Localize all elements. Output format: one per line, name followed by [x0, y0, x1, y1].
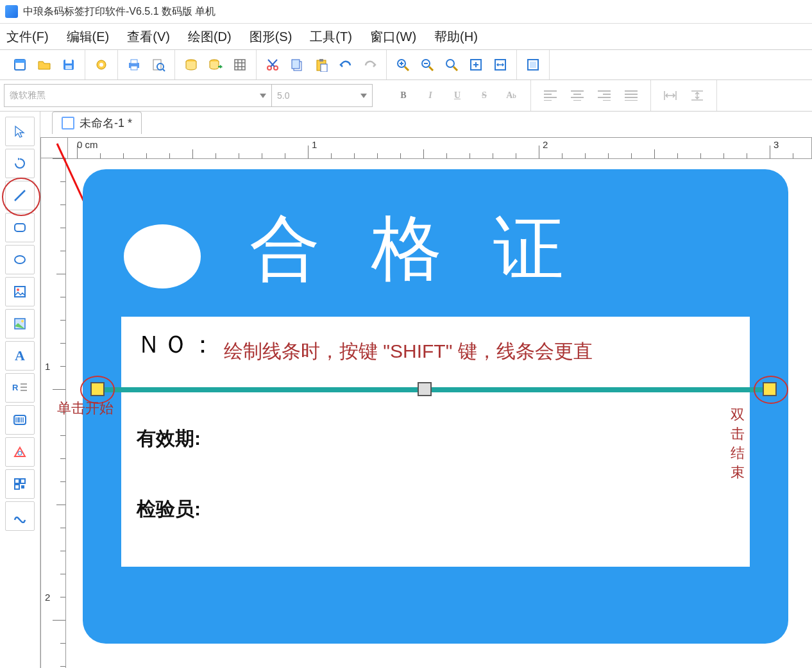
svg-line-25	[405, 67, 409, 71]
label-card[interactable]: 合格证 ＮＯ： 绘制线条时，按键 "SHIFT" 键，线条会更直 单击开始 双击…	[83, 169, 788, 644]
menu-view[interactable]: 查看(V)	[127, 28, 170, 46]
svg-line-12	[163, 69, 165, 71]
menu-help[interactable]: 帮助(H)	[434, 28, 478, 46]
font-size-select[interactable]: 5.0	[271, 84, 373, 107]
spacing-v-icon	[690, 90, 704, 101]
tool-palette: A R	[0, 112, 40, 668]
no-label[interactable]: ＮＯ：	[137, 328, 217, 361]
qrcode-tool[interactable]	[5, 469, 35, 499]
start-annotation-text: 单击开始	[57, 399, 114, 418]
image-tool[interactable]	[5, 277, 35, 306]
svg-rect-3	[65, 60, 72, 63]
richtext-tool[interactable]: R	[5, 373, 35, 403]
validity-label[interactable]: 有效期:	[137, 426, 201, 452]
canvas[interactable]: 合格证 ＮＯ： 绘制线条时，按键 "SHIFT" 键，线条会更直 单击开始 双击…	[76, 169, 808, 668]
ruler-h-3: 3	[774, 139, 779, 150]
cut-button[interactable]	[263, 55, 282, 74]
rotate-icon	[13, 156, 27, 171]
card-circle-shape[interactable]	[124, 224, 201, 288]
database-export-button[interactable]	[206, 55, 225, 74]
menu-file[interactable]: 文件(F)	[6, 28, 49, 46]
svg-rect-36	[15, 224, 25, 231]
card-title-text[interactable]: 合格证	[250, 201, 615, 297]
menu-window[interactable]: 窗口(W)	[370, 28, 416, 46]
align-right-button[interactable]	[596, 88, 612, 103]
undo-button[interactable]	[336, 55, 355, 74]
zoom-100-icon	[444, 58, 459, 72]
italic-button[interactable]: I	[423, 88, 438, 103]
line-tool[interactable]	[5, 181, 35, 210]
barcode-tool[interactable]	[5, 405, 35, 435]
extra-button[interactable]	[523, 55, 543, 74]
card-whitebox[interactable]: ＮＯ： 绘制线条时，按键 "SHIFT" 键，线条会更直 单击开始 双击结束 有…	[121, 317, 750, 567]
inspector-label[interactable]: 检验员:	[137, 496, 201, 522]
open-button[interactable]	[35, 55, 54, 74]
zoom-out-button[interactable]	[418, 55, 437, 74]
spacing-v-button[interactable]	[689, 88, 705, 103]
menu-shape[interactable]: 图形(S)	[250, 28, 292, 46]
underline-button[interactable]: U	[450, 88, 465, 103]
print-button[interactable]	[124, 55, 144, 74]
svg-point-6	[99, 63, 103, 67]
grid-button[interactable]	[230, 55, 250, 74]
menu-draw[interactable]: 绘图(D)	[188, 28, 232, 46]
paste-button[interactable]	[312, 55, 331, 74]
zoom-fit-button[interactable]	[442, 55, 461, 74]
copy-button[interactable]	[287, 55, 307, 74]
magnifier-page-icon	[151, 58, 165, 72]
zoom-in-button[interactable]	[393, 55, 412, 74]
align-center-button[interactable]	[570, 88, 585, 103]
line-handle-mid[interactable]	[418, 382, 432, 396]
spacing-h-button[interactable]	[663, 88, 678, 103]
svg-point-44	[18, 451, 22, 455]
align-right-icon	[598, 90, 611, 101]
menu-tool[interactable]: 工具(T)	[310, 28, 352, 46]
line-handle-end[interactable]	[763, 382, 777, 396]
svg-point-39	[17, 288, 19, 291]
settings-button[interactable]	[92, 55, 111, 74]
save-button[interactable]	[59, 55, 78, 74]
redo-button[interactable]	[360, 55, 380, 74]
line-handle-start[interactable]	[90, 382, 105, 396]
ellipse-tool[interactable]	[5, 245, 35, 274]
align-justify-button[interactable]	[623, 88, 639, 103]
rounded-rect-icon	[13, 221, 27, 235]
ruler-horizontal[interactable]: 0 cm 1 2 3	[67, 137, 812, 159]
align-center-icon	[571, 90, 584, 101]
document-area: 未命名-1 * 0 cm 1 2 3 1 2 合格证	[40, 112, 812, 668]
fit-width-button[interactable]	[491, 55, 510, 74]
preview-button[interactable]	[149, 55, 168, 74]
document-tab[interactable]: 未命名-1 *	[52, 112, 142, 134]
rounded-rect-tool[interactable]	[5, 213, 35, 242]
drawn-line[interactable]	[96, 387, 775, 392]
ellipse-icon	[13, 253, 27, 267]
rotate-tool[interactable]	[5, 149, 35, 178]
database-icon	[184, 58, 198, 72]
font-family-value: 微软雅黑	[10, 90, 46, 101]
picture-tool[interactable]	[5, 309, 35, 338]
picture-icon	[13, 317, 27, 331]
new-button[interactable]	[10, 55, 30, 74]
paste-icon	[314, 58, 328, 72]
database-button[interactable]	[182, 55, 201, 74]
align-left-button[interactable]	[543, 88, 558, 103]
superscript-button[interactable]: Ab	[503, 88, 519, 103]
qrcode-icon	[13, 477, 27, 491]
toolbar-main	[0, 49, 812, 80]
svg-rect-20	[319, 59, 323, 62]
fit-page-button[interactable]	[466, 55, 486, 74]
titlebar: 中琅条码标签打印软件-V6.5.1 数码版 单机	[0, 0, 812, 24]
svg-rect-47	[15, 485, 19, 489]
polygon-tool[interactable]	[5, 437, 35, 467]
menubar: 文件(F) 编辑(E) 查看(V) 绘图(D) 图形(S) 工具(T) 窗口(W…	[0, 24, 812, 49]
menu-edit[interactable]: 编辑(E)	[67, 28, 110, 46]
select-tool[interactable]	[5, 117, 35, 146]
text-tool[interactable]: A	[5, 341, 35, 371]
scissors-icon	[266, 58, 280, 72]
strike-button[interactable]: S	[477, 88, 492, 103]
richtext-icon: R	[12, 381, 28, 394]
font-size-value: 5.0	[277, 90, 289, 101]
font-family-select[interactable]: 微软雅黑	[4, 84, 272, 107]
curve-tool[interactable]	[5, 501, 35, 531]
bold-button[interactable]: B	[396, 88, 411, 103]
